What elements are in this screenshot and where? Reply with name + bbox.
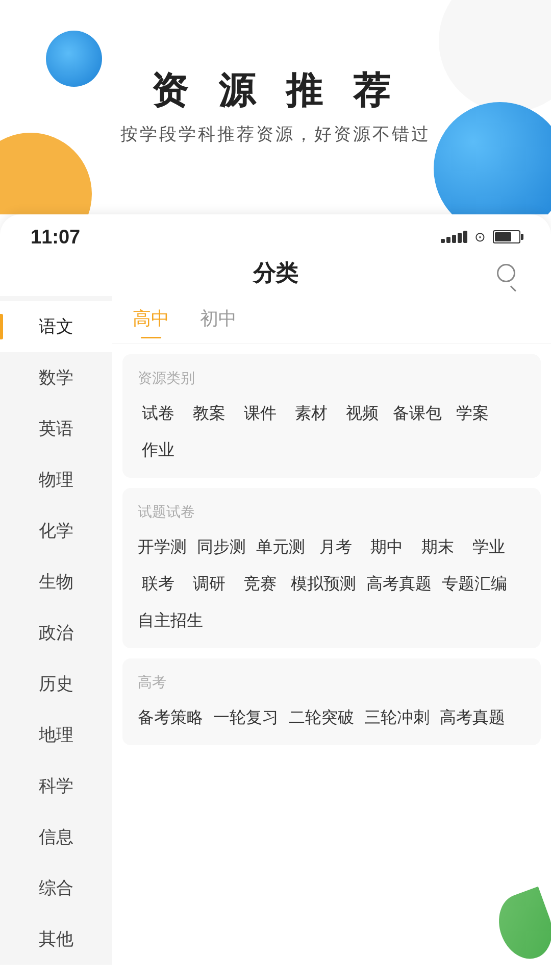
- tag-kejian[interactable]: 课件: [240, 400, 281, 427]
- tag-shipin[interactable]: 视频: [342, 400, 383, 427]
- tag-grid-resource: 试卷 教案 课件 素材 视频 备课包 学案 作业: [138, 400, 525, 463]
- tab-highschool[interactable]: 高中: [133, 306, 169, 338]
- leaf-decoration: [500, 893, 551, 960]
- tag-tongbuce[interactable]: 同步测: [197, 534, 246, 560]
- tag-qizhong[interactable]: 期中: [366, 534, 407, 560]
- tag-zhuantihubain[interactable]: 专题汇编: [442, 571, 507, 597]
- signal-icon: [441, 231, 467, 243]
- sidebar: 语文 数学 英语 物理 化学 生物 政治 历史: [0, 296, 112, 965]
- tag-gaokao-zhenti[interactable]: 高考真题: [366, 571, 432, 597]
- tag-xuean[interactable]: 学案: [452, 400, 493, 427]
- tag-grid-gaokao: 备考策略 一轮复习 二轮突破 三轮冲刺 高考真题: [138, 704, 525, 731]
- tag-jingsai[interactable]: 竞赛: [240, 571, 281, 597]
- section-resource-type-title: 资源类别: [138, 369, 525, 388]
- hero-decoration-blue-circle: [434, 102, 551, 214]
- content-area: 高中 初中 资源类别 试卷 教案 课件 素材 视频 备课包 学案 作业: [112, 296, 551, 965]
- phone-frame: 11:07 ⊙ 分类 语文: [0, 214, 551, 980]
- sidebar-item-huaxue[interactable]: 化学: [0, 505, 112, 556]
- tag-danyuance[interactable]: 单元测: [256, 534, 305, 560]
- search-button[interactable]: [492, 259, 520, 287]
- section-exam-type: 试题试卷 开学测 同步测 单元测 月考 期中 期末 学业 联考 调研 竞赛 模拟…: [122, 488, 541, 648]
- tag-yilunfuxi[interactable]: 一轮复习: [213, 704, 279, 731]
- wifi-icon: ⊙: [474, 229, 486, 245]
- tag-zuoye[interactable]: 作业: [138, 437, 179, 463]
- section-exam-type-title: 试题试卷: [138, 502, 525, 522]
- tag-zizhuzhaousheng[interactable]: 自主招生: [138, 607, 203, 634]
- tag-sucai[interactable]: 素材: [291, 400, 332, 427]
- search-icon: [497, 264, 515, 282]
- sidebar-item-zhengzhi[interactable]: 政治: [0, 607, 112, 658]
- tag-xueye[interactable]: 学业: [468, 534, 509, 560]
- hero-title: 资 源 推 荐: [0, 66, 551, 115]
- sidebar-item-qita[interactable]: 其他: [0, 914, 112, 965]
- title-bar: 分类: [0, 250, 551, 296]
- sidebar-item-yuwen[interactable]: 语文: [0, 301, 112, 352]
- tag-jiaoan[interactable]: 教案: [189, 400, 230, 427]
- page-title: 分类: [253, 258, 298, 288]
- battery-icon: [493, 230, 520, 243]
- sub-tabs: 高中 初中: [112, 296, 551, 344]
- section-gaokao: 高考 备考策略 一轮复习 二轮突破 三轮冲刺 高考真题: [122, 658, 541, 745]
- tag-shijuan[interactable]: 试卷: [138, 400, 179, 427]
- tag-diaoyan[interactable]: 调研: [189, 571, 230, 597]
- sidebar-item-xinxi[interactable]: 信息: [0, 812, 112, 863]
- tag-beikaolue[interactable]: 备考策略: [138, 704, 203, 731]
- sidebar-item-lishi[interactable]: 历史: [0, 658, 112, 709]
- section-resource-type: 资源类别 试卷 教案 课件 素材 视频 备课包 学案 作业: [122, 354, 541, 478]
- tag-sanlunchongci[interactable]: 三轮冲刺: [364, 704, 430, 731]
- sidebar-item-zonghe[interactable]: 综合: [0, 863, 112, 914]
- section-gaokao-title: 高考: [138, 673, 525, 692]
- tag-gaokao-zhenti2[interactable]: 高考真题: [440, 704, 505, 731]
- tag-grid-exam: 开学测 同步测 单元测 月考 期中 期末 学业 联考 调研 竞赛 模拟预测 高考…: [138, 534, 525, 634]
- tag-erluntupo[interactable]: 二轮突破: [289, 704, 354, 731]
- status-bar: 11:07 ⊙: [0, 214, 551, 250]
- sidebar-item-shengwu[interactable]: 生物: [0, 556, 112, 607]
- tag-moniyuce[interactable]: 模拟预测: [291, 571, 356, 597]
- sidebar-item-wuli[interactable]: 物理: [0, 454, 112, 505]
- tab-middleschool[interactable]: 初中: [200, 306, 237, 338]
- tag-qimo[interactable]: 期末: [417, 534, 458, 560]
- sidebar-item-dili[interactable]: 地理: [0, 709, 112, 761]
- tag-kaixuece[interactable]: 开学测: [138, 534, 187, 560]
- tag-liankao[interactable]: 联考: [138, 571, 179, 597]
- main-layout: 语文 数学 英语 物理 化学 生物 政治 历史: [0, 296, 551, 965]
- tag-yuekao[interactable]: 月考: [315, 534, 356, 560]
- sidebar-item-yingyu[interactable]: 英语: [0, 403, 112, 454]
- status-time: 11:07: [31, 226, 80, 248]
- hero-subtitle: 按学段学科推荐资源，好资源不错过: [0, 122, 551, 146]
- sidebar-item-kexue[interactable]: 科学: [0, 761, 112, 812]
- hero-section: 资 源 推 荐 按学段学科推荐资源，好资源不错过: [0, 0, 551, 214]
- tag-beikebao[interactable]: 备课包: [393, 400, 442, 427]
- status-icons: ⊙: [441, 229, 520, 245]
- sidebar-item-shuxue[interactable]: 数学: [0, 352, 112, 403]
